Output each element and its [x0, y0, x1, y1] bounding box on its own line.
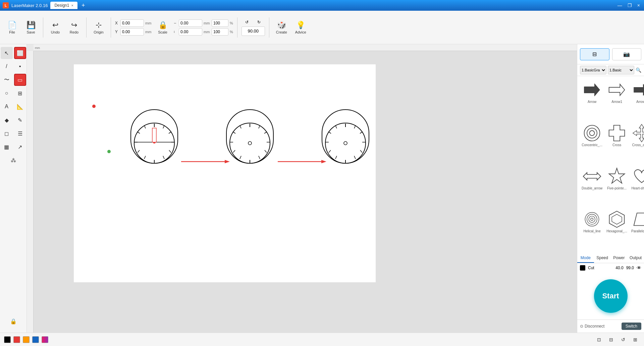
advice-button[interactable]: 💡 Advice — [292, 19, 309, 36]
align-tool[interactable]: ⊡ — [594, 335, 604, 344]
h-pct-input[interactable] — [212, 28, 228, 36]
search-icon[interactable]: 🔍 — [636, 67, 641, 73]
close-window-button[interactable]: × — [636, 3, 641, 8]
clock-2 — [226, 110, 273, 163]
svg-point-54 — [584, 125, 600, 141]
size-panel: ↔ mm % ↕ mm % — [173, 19, 233, 36]
clock-1 — [131, 110, 178, 163]
group-tool[interactable]: ⊟ — [606, 335, 616, 344]
camera-view-button[interactable]: 📷 — [612, 48, 642, 60]
library2-select[interactable]: 1.Basic — [608, 66, 634, 74]
lock-tool[interactable]: 🔒 — [7, 315, 19, 327]
rect-tool[interactable]: ▭ — [14, 74, 26, 86]
power-tab[interactable]: Power — [611, 253, 628, 263]
maximize-button[interactable]: ❐ — [626, 3, 633, 8]
layers-tool[interactable]: ☰ — [14, 127, 26, 139]
origin-label: Origin — [94, 30, 103, 34]
create-label: Create — [276, 30, 287, 34]
ellipse-tool[interactable]: ○ — [1, 87, 13, 99]
origin-button[interactable]: ⊹ Origin — [91, 19, 107, 36]
cross-arrow-shape-icon — [632, 124, 644, 142]
angle-input[interactable] — [241, 26, 265, 36]
diamond-tool[interactable]: ◆ — [1, 114, 13, 126]
y-input[interactable] — [120, 28, 144, 36]
switch-button[interactable]: Switch — [622, 323, 641, 330]
grid-tool[interactable]: ⊞ — [14, 87, 26, 99]
speed-tab[interactable]: Speed — [594, 253, 611, 263]
path-tool[interactable]: ↗ — [14, 141, 26, 153]
width-input[interactable] — [179, 19, 202, 27]
measure-tool[interactable]: 📐 — [14, 101, 26, 113]
refresh-tool[interactable]: ↺ — [619, 335, 628, 344]
shape-tool[interactable]: ▪ — [14, 60, 26, 72]
grid-view-tool[interactable]: ⊞ — [631, 335, 640, 344]
sep2 — [86, 17, 87, 38]
hexagonal-label: Hexagonal_... — [606, 229, 627, 233]
scale-button[interactable]: 🔒 Scale — [155, 19, 171, 36]
file-button[interactable]: 📄 File — [4, 19, 20, 36]
heart-shape-icon — [632, 167, 644, 186]
rotate-cw-button[interactable]: ↻ — [254, 19, 264, 25]
shape-arrow1[interactable]: Arrow1 — [605, 79, 629, 121]
library1-select[interactable]: 1.BasicGra — [580, 66, 606, 74]
color-black[interactable] — [4, 336, 11, 343]
arrow-1-head — [225, 160, 230, 163]
shape-double-arrow[interactable]: Double_arrow — [580, 165, 604, 208]
arrow-label: Arrow — [588, 100, 596, 104]
visibility-toggle[interactable]: 👁 — [637, 265, 641, 271]
y-label: Y — [115, 30, 119, 34]
rotate-ccw-button[interactable]: ↺ — [241, 19, 252, 25]
redo-button[interactable]: ↪ Redo — [66, 19, 82, 36]
mode-tab[interactable]: Mode — [577, 253, 594, 263]
shape-parallelogram[interactable]: Parallelogram — [630, 208, 644, 251]
w-icon: ↔ — [173, 21, 177, 25]
color-gradient[interactable] — [42, 336, 48, 343]
output-tab[interactable]: Output — [627, 253, 644, 263]
shape-hexagonal[interactable]: Hexagonal_... — [605, 208, 629, 251]
erase-tool[interactable]: ◻ — [1, 127, 13, 139]
file-label: File — [9, 30, 15, 34]
add-tab-button[interactable]: + — [82, 2, 85, 9]
height-input[interactable] — [179, 28, 202, 36]
scatter-tool[interactable]: ⁂ — [7, 154, 19, 166]
shape-helical[interactable]: Helical_line — [580, 208, 604, 251]
layer-color-swatch[interactable] — [580, 265, 585, 271]
design-tab[interactable]: Design1 × — [50, 2, 77, 9]
color-orange[interactable] — [23, 336, 30, 343]
save-button[interactable]: 💾 Save — [23, 19, 39, 36]
shape-arrow2[interactable]: Arrow2 — [630, 79, 644, 121]
text-tool[interactable]: A — [1, 101, 13, 113]
shape-arrow[interactable]: Arrow — [580, 79, 604, 121]
shape-cross[interactable]: Cross — [605, 122, 629, 165]
shapes-view-button[interactable]: ⊟ — [580, 48, 609, 60]
x-input[interactable] — [120, 19, 144, 27]
left-toolbar: ↖ ⬜ / ▪ 〜 ▭ ○ ⊞ A 📐 ◆ ✎ ◻ ☰ ▦ ↗ — [0, 44, 27, 333]
shape-cross-arrow[interactable]: Cross_arrow — [630, 122, 644, 165]
shape-heart[interactable]: Heart-shaped — [630, 165, 644, 208]
edit-tool[interactable]: ✎ — [14, 114, 26, 126]
shape-concentric[interactable]: Concentric_... — [580, 122, 604, 165]
canvas[interactable] — [34, 51, 577, 333]
wave-tool[interactable]: 〜 — [1, 74, 13, 86]
color-blue[interactable] — [32, 336, 39, 343]
pen-tool[interactable]: / — [1, 60, 13, 72]
w-pct-input[interactable] — [212, 19, 228, 27]
start-button[interactable]: Start — [594, 279, 628, 313]
close-tab-button[interactable]: × — [71, 3, 73, 7]
color-red[interactable] — [13, 336, 20, 343]
shape-five-pointed[interactable]: Five-pointe... — [605, 165, 629, 208]
undo-button[interactable]: ↩ Undo — [47, 19, 63, 36]
disconnect-button[interactable]: ⊙ Disconnect — [580, 324, 604, 329]
create-button[interactable]: 🎲 Create — [273, 19, 290, 36]
sep5 — [269, 17, 269, 38]
node-tool[interactable]: ⬜ — [14, 47, 26, 59]
toolbar: 📄 File 💾 Save ↩ Undo ↪ Redo ⊹ Origin X m… — [0, 11, 644, 44]
table-tool[interactable]: ▦ — [1, 141, 13, 153]
select-tool[interactable]: ↖ — [1, 47, 13, 59]
helical-shape-icon — [583, 210, 601, 229]
cross-label: Cross — [612, 143, 621, 147]
minimize-button[interactable]: — — [616, 3, 624, 8]
canvas-svg — [34, 51, 577, 333]
canvas-area[interactable]: mm // generated inline — [27, 44, 577, 333]
h-pct-label: % — [230, 30, 233, 34]
